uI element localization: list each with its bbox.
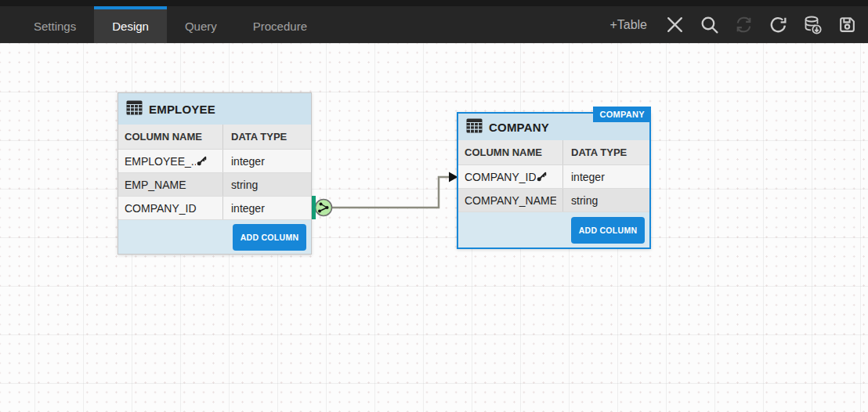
column-name: COMPANY_ID bbox=[465, 171, 536, 183]
table-footer: ADD COLUMN bbox=[118, 220, 311, 254]
table-row[interactable]: EMP_NAME string bbox=[118, 173, 311, 197]
column-type: string bbox=[223, 179, 311, 191]
column-name: COMPANY_ID bbox=[125, 202, 197, 215]
table-row[interactable]: COMPANY_NAME string bbox=[458, 189, 649, 212]
design-canvas[interactable]: EMPLOYEE COLUMN NAME DATA TYPE EMPLOYEE_… bbox=[0, 43, 868, 412]
add-table-button[interactable]: +Table bbox=[609, 18, 647, 32]
tab-settings[interactable]: Settings bbox=[16, 6, 94, 43]
column-type: integer bbox=[563, 171, 649, 183]
add-column-button[interactable]: ADD COLUMN bbox=[571, 217, 645, 244]
nav-top-strip bbox=[0, 0, 868, 6]
connection-handle-icon bbox=[316, 200, 332, 216]
primary-key-icon bbox=[196, 156, 207, 167]
table-row[interactable]: EMPLOYEE_... integer bbox=[118, 150, 311, 173]
primary-key-icon bbox=[536, 172, 547, 183]
nav-tabs: Settings Design Query Procedure bbox=[16, 6, 325, 43]
top-nav: Settings Design Query Procedure +Table bbox=[0, 0, 868, 43]
table-footer: ADD COLUMN bbox=[458, 212, 649, 248]
table-row[interactable]: COMPANY_ID integer bbox=[118, 197, 311, 220]
table-employee-header[interactable]: EMPLOYEE bbox=[118, 93, 311, 125]
tab-procedure[interactable]: Procedure bbox=[235, 6, 325, 43]
refresh-icon[interactable] bbox=[768, 15, 788, 35]
table-title: COMPANY bbox=[489, 121, 549, 134]
column-name: EMPLOYEE_... bbox=[125, 155, 196, 168]
column-header-name: COLUMN NAME bbox=[458, 140, 563, 164]
column-headers: COLUMN NAME DATA TYPE bbox=[118, 125, 311, 150]
column-name: EMP_NAME bbox=[125, 179, 186, 191]
sync-icon[interactable] bbox=[733, 15, 754, 35]
table-company[interactable]: COMPANY COMPANY COLUMN NAME DATA TYPE CO… bbox=[457, 112, 651, 249]
column-type: integer bbox=[223, 155, 311, 168]
search-icon[interactable] bbox=[699, 15, 719, 35]
tab-query[interactable]: Query bbox=[167, 6, 235, 43]
column-header-type: DATA TYPE bbox=[223, 131, 311, 143]
table-title: EMPLOYEE bbox=[149, 103, 215, 116]
column-header-type: DATA TYPE bbox=[563, 146, 649, 158]
table-grid-icon bbox=[466, 118, 483, 136]
close-icon[interactable] bbox=[664, 15, 685, 35]
column-header-name: COLUMN NAME bbox=[118, 125, 223, 149]
table-employee[interactable]: EMPLOYEE COLUMN NAME DATA TYPE EMPLOYEE_… bbox=[118, 92, 312, 255]
nav-toolbar: +Table bbox=[609, 6, 857, 43]
column-type: string bbox=[563, 194, 649, 207]
database-export-icon[interactable] bbox=[802, 15, 823, 35]
add-column-button[interactable]: ADD COLUMN bbox=[233, 224, 306, 251]
column-name: COMPANY_NAME bbox=[465, 194, 556, 207]
column-headers: COLUMN NAME DATA TYPE bbox=[458, 140, 649, 165]
table-name-badge: COMPANY bbox=[593, 107, 651, 122]
table-grid-icon bbox=[126, 100, 143, 117]
tab-design[interactable]: Design bbox=[94, 6, 167, 43]
table-row[interactable]: COMPANY_ID integer bbox=[458, 165, 649, 189]
column-type: integer bbox=[223, 202, 311, 215]
save-icon[interactable] bbox=[837, 15, 857, 35]
